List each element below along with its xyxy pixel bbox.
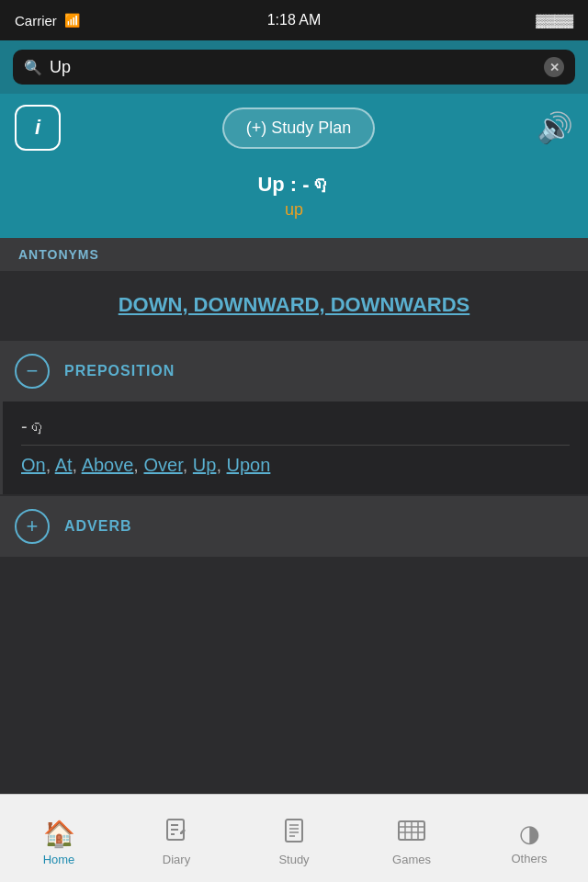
antonyms-section: ANTONYMS DOWN, DOWNWARD, DOWNWARDS bbox=[0, 238, 588, 339]
tab-diary[interactable]: Diary bbox=[118, 810, 235, 866]
search-input-wrapper: 🔍 ✕ bbox=[13, 50, 575, 85]
tab-study-label: Study bbox=[278, 853, 309, 866]
tab-study[interactable]: Study bbox=[235, 810, 353, 866]
tab-home[interactable]: 🏠 Home bbox=[0, 811, 118, 866]
tab-home-label: Home bbox=[43, 853, 75, 866]
carrier-info: Carrier 📶 bbox=[15, 13, 80, 28]
antonyms-content: DOWN, DOWNWARD, DOWNWARDS bbox=[0, 271, 588, 339]
adverb-header[interactable]: + ADVERB bbox=[0, 496, 588, 557]
svg-rect-4 bbox=[286, 820, 302, 842]
wifi-icon: 📶 bbox=[64, 13, 80, 28]
battery-icon: ▓▓▓▓ bbox=[536, 13, 573, 28]
home-icon: 🏠 bbox=[43, 819, 75, 849]
link-up[interactable]: Up bbox=[193, 455, 217, 475]
preposition-toggle-button[interactable]: − bbox=[15, 354, 50, 389]
search-bar: 🔍 ✕ bbox=[0, 40, 588, 94]
speaker-button[interactable]: 🔊 bbox=[537, 110, 573, 145]
study-icon bbox=[281, 818, 307, 849]
search-icon: 🔍 bbox=[24, 59, 42, 76]
tab-others[interactable]: ◑ Others bbox=[470, 812, 588, 865]
search-input[interactable] bbox=[50, 58, 537, 77]
others-icon: ◑ bbox=[519, 820, 540, 848]
preposition-myanmar-text: -၈ှ bbox=[21, 416, 570, 446]
preposition-section: − PREPOSITION -၈ှ On, At, Above, Over, U… bbox=[0, 341, 588, 494]
comma-2: , bbox=[73, 455, 82, 475]
content-area: ANTONYMS DOWN, DOWNWARD, DOWNWARDS − PRE… bbox=[0, 238, 588, 557]
tab-bar: 🏠 Home Diary Study bbox=[0, 794, 588, 882]
word-translation: up bbox=[15, 200, 573, 220]
tab-games-label: Games bbox=[392, 853, 431, 866]
toggle-plus-icon: + bbox=[27, 514, 39, 538]
link-at[interactable]: At bbox=[55, 455, 73, 475]
antonyms-label: ANTONYMS bbox=[0, 238, 588, 271]
study-plan-button[interactable]: (+) Study Plan bbox=[222, 107, 376, 149]
info-label: i bbox=[35, 116, 40, 140]
tab-others-label: Others bbox=[511, 852, 547, 865]
word-header: Up : -၈ှ up bbox=[0, 162, 588, 238]
diary-icon bbox=[164, 818, 189, 849]
comma-1: , bbox=[46, 455, 55, 475]
antonyms-links[interactable]: DOWN, DOWNWARD, DOWNWARDS bbox=[119, 293, 470, 317]
preposition-header[interactable]: − PREPOSITION bbox=[0, 341, 588, 401]
info-button[interactable]: i bbox=[15, 105, 61, 151]
carrier-label: Carrier bbox=[15, 13, 57, 28]
word-title: Up : -၈ှ bbox=[15, 173, 573, 197]
adverb-title: ADVERB bbox=[64, 518, 132, 535]
games-icon bbox=[398, 818, 425, 849]
link-on[interactable]: On bbox=[21, 455, 46, 475]
status-time: 1:18 AM bbox=[267, 12, 322, 28]
speaker-icon: 🔊 bbox=[537, 111, 573, 144]
tab-games[interactable]: Games bbox=[353, 810, 470, 866]
word-separator: : bbox=[290, 173, 302, 196]
action-bar: i (+) Study Plan 🔊 bbox=[0, 94, 588, 162]
link-over[interactable]: Over bbox=[143, 455, 182, 475]
adverb-section: + ADVERB bbox=[0, 496, 588, 557]
status-bar: Carrier 📶 1:18 AM ▓▓▓▓ bbox=[0, 0, 588, 40]
preposition-body: -၈ှ On, At, Above, Over, Up, Upon bbox=[0, 401, 588, 494]
link-upon[interactable]: Upon bbox=[227, 455, 271, 475]
adverb-toggle-button[interactable]: + bbox=[15, 509, 50, 544]
comma-4: , bbox=[183, 455, 193, 475]
clear-button[interactable]: ✕ bbox=[544, 57, 564, 77]
tab-diary-label: Diary bbox=[163, 853, 190, 866]
comma-5: , bbox=[216, 455, 226, 475]
preposition-title: PREPOSITION bbox=[64, 363, 175, 379]
link-above[interactable]: Above bbox=[82, 455, 134, 475]
word-text: Up bbox=[257, 173, 284, 196]
study-plan-label: (+) Study Plan bbox=[246, 119, 352, 138]
word-definition: -၈ှ bbox=[302, 173, 330, 196]
toggle-minus-icon: − bbox=[27, 359, 39, 383]
comma-3: , bbox=[133, 455, 143, 475]
preposition-synonyms: On, At, Above, Over, Up, Upon bbox=[21, 455, 570, 476]
